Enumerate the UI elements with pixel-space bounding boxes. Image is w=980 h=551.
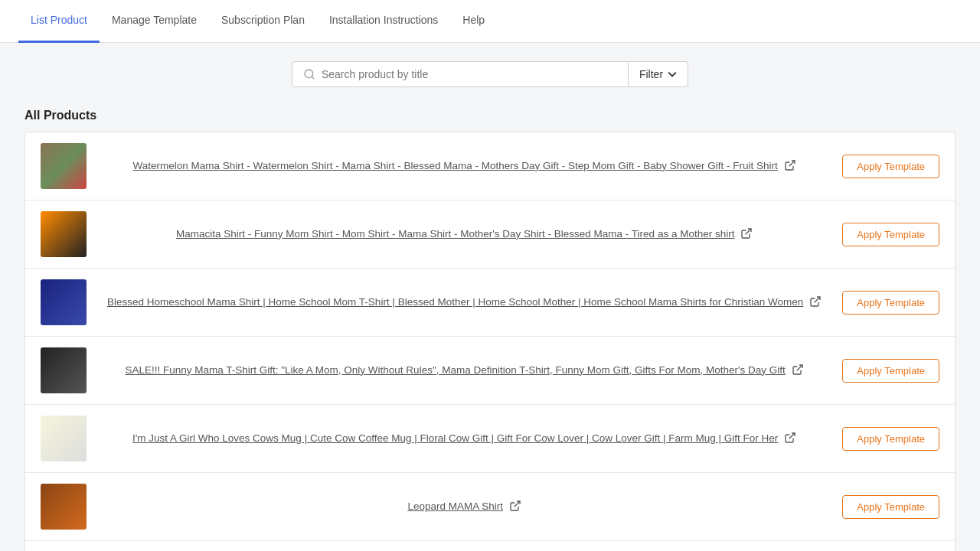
product-thumbnail: [41, 279, 87, 325]
nav-subscription-plan[interactable]: Subscription Plan: [209, 0, 317, 43]
svg-line-5: [797, 365, 802, 370]
svg-line-2: [789, 161, 794, 166]
svg-line-3: [746, 229, 751, 234]
external-link-icon[interactable]: [509, 500, 521, 514]
product-thumbnail: [41, 347, 87, 393]
filter-label: Filter: [639, 68, 663, 80]
external-link-icon[interactable]: [784, 432, 796, 446]
product-title-wrap: Watermelon Mama Shirt - Watermelon Shirt…: [99, 159, 830, 174]
product-row: Watermelon Mama Shirt - Watermelon Shirt…: [25, 132, 955, 201]
search-bar-wrap: Filter: [24, 61, 956, 87]
main-content: Filter All Products Watermelon Mama Shir…: [0, 43, 980, 551]
product-row: Disney Shirts, Disney Family Shirts, 202…: [25, 541, 955, 551]
svg-point-0: [305, 70, 313, 78]
product-title-wrap: I'm Just A Girl Who Loves Cows Mug | Cut…: [99, 432, 830, 446]
apply-template-button[interactable]: Apply Template: [842, 359, 939, 383]
external-link-icon[interactable]: [740, 227, 753, 242]
product-title-wrap: SALE!!! Funny Mama T-Shirt Gift: "Like A…: [99, 364, 830, 378]
apply-template-button[interactable]: Apply Template: [842, 291, 939, 315]
product-row: Leopard MAMA Shirt Apply Template: [25, 473, 955, 541]
external-link-icon[interactable]: [792, 364, 804, 378]
search-input[interactable]: [322, 68, 617, 80]
product-title[interactable]: Mamacita Shirt - Funny Mom Shirt - Mom S…: [176, 227, 735, 242]
external-link-icon[interactable]: [809, 295, 822, 310]
svg-line-1: [312, 77, 314, 79]
external-link-icon[interactable]: [784, 159, 796, 174]
product-thumbnail: [41, 143, 87, 189]
product-row: Blessed Homeschool Mama Shirt | Home Sch…: [25, 269, 955, 337]
product-thumbnail: [41, 484, 87, 530]
nav-help[interactable]: Help: [450, 0, 497, 43]
product-row: I'm Just A Girl Who Loves Cows Mug | Cut…: [25, 405, 955, 473]
apply-template-button[interactable]: Apply Template: [842, 495, 939, 519]
product-thumbnail: [41, 416, 87, 461]
product-title-wrap: Blessed Homeschool Mama Shirt | Home Sch…: [99, 295, 830, 310]
svg-line-4: [815, 297, 820, 302]
product-thumbnail: [41, 211, 87, 257]
product-title[interactable]: Watermelon Mama Shirt - Watermelon Shirt…: [133, 159, 778, 174]
section-title: All Products: [24, 109, 956, 122]
apply-template-button[interactable]: Apply Template: [842, 155, 939, 178]
search-icon: [303, 68, 315, 80]
product-row: Mamacita Shirt - Funny Mom Shirt - Mom S…: [25, 201, 955, 269]
apply-template-button[interactable]: Apply Template: [842, 427, 939, 451]
svg-line-7: [514, 501, 520, 507]
nav-installation-instructions[interactable]: Installation Instructions: [317, 0, 450, 43]
product-title[interactable]: Leopard MAMA Shirt: [407, 500, 503, 514]
apply-template-button[interactable]: Apply Template: [842, 223, 939, 246]
product-title[interactable]: SALE!!! Funny Mama T-Shirt Gift: "Like A…: [125, 364, 785, 378]
nav-bar: List Product Manage Template Subscriptio…: [0, 0, 980, 43]
nav-list-product[interactable]: List Product: [18, 0, 100, 43]
chevron-down-icon: [668, 70, 677, 79]
svg-line-6: [789, 433, 795, 439]
nav-manage-template[interactable]: Manage Template: [100, 0, 209, 43]
product-title[interactable]: I'm Just A Girl Who Loves Cows Mug | Cut…: [132, 432, 778, 446]
filter-button[interactable]: Filter: [629, 61, 688, 87]
products-container: Watermelon Mama Shirt - Watermelon Shirt…: [24, 132, 956, 551]
product-title-wrap: Mamacita Shirt - Funny Mom Shirt - Mom S…: [99, 227, 830, 242]
product-title[interactable]: Blessed Homeschool Mama Shirt | Home Sch…: [107, 295, 803, 310]
product-row: SALE!!! Funny Mama T-Shirt Gift: "Like A…: [25, 337, 955, 405]
search-input-container: [292, 61, 629, 87]
product-title-wrap: Leopard MAMA Shirt: [99, 500, 830, 514]
